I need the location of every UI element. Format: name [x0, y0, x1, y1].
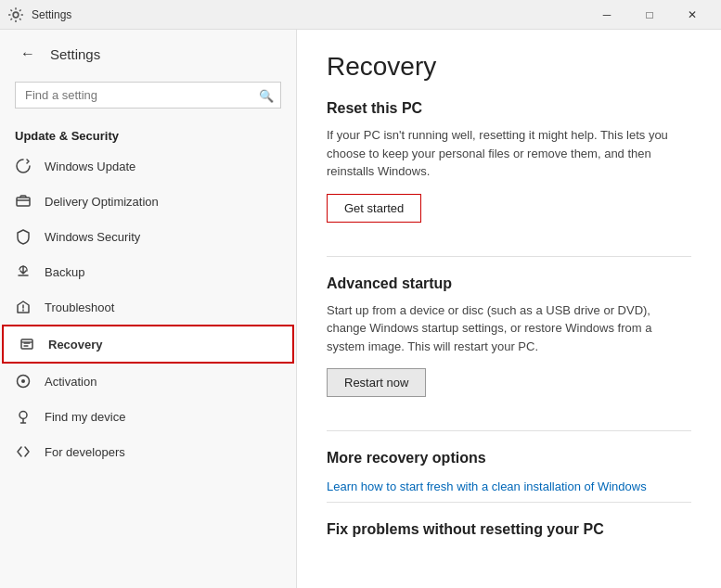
minimize-button[interactable]: ─: [586, 0, 628, 30]
sidebar-item-backup[interactable]: Backup: [0, 254, 296, 289]
main-panel: Recovery Reset this PC If your PC isn't …: [297, 30, 721, 588]
activation-icon: [15, 373, 32, 390]
sidebar-item-label-windows-update: Windows Update: [45, 160, 135, 173]
sidebar-item-for-developers[interactable]: For developers: [0, 434, 296, 469]
sidebar-item-activation[interactable]: Activation: [0, 364, 296, 399]
find-icon: [15, 408, 32, 425]
divider-3: [327, 502, 691, 503]
sidebar-header: ← Settings: [0, 30, 296, 78]
security-icon: [15, 228, 32, 245]
sidebar-item-windows-security[interactable]: Windows Security: [0, 219, 296, 254]
svg-point-0: [13, 12, 19, 18]
close-button[interactable]: ✕: [671, 0, 714, 30]
titlebar-title: Settings: [32, 8, 586, 21]
troubleshoot-icon: [15, 299, 32, 315]
sidebar-item-label-troubleshoot: Troubleshoot: [45, 300, 114, 314]
get-started-button[interactable]: Get started: [327, 194, 421, 223]
maximize-button[interactable]: □: [628, 0, 671, 30]
sidebar-item-label-developers: For developers: [45, 445, 125, 459]
advanced-section-heading: Advanced startup: [327, 275, 691, 292]
sidebar-item-find-my-device[interactable]: Find my device: [0, 399, 296, 434]
clean-install-link[interactable]: Learn how to start fresh with a clean in…: [327, 479, 647, 493]
delivery-icon: [15, 193, 32, 210]
sidebar-item-label-security: Windows Security: [45, 230, 140, 244]
titlebar-controls: ─ □ ✕: [586, 0, 714, 30]
sidebar-item-troubleshoot[interactable]: Troubleshoot: [0, 289, 296, 325]
sidebar-item-label-recovery: Recovery: [48, 338, 103, 352]
app-body: ← Settings 🔍 Update & Security Windows U…: [0, 30, 721, 588]
backup-icon: [15, 263, 32, 280]
section-title: Update & Security: [0, 120, 296, 148]
search-icon: 🔍: [259, 88, 274, 102]
sidebar-item-label-delivery: Delivery Optimization: [45, 195, 159, 209]
sidebar: ← Settings 🔍 Update & Security Windows U…: [0, 30, 297, 588]
page-title: Recovery: [327, 52, 691, 82]
svg-rect-2: [21, 339, 32, 349]
divider-1: [327, 256, 691, 257]
sidebar-item-delivery-optimization[interactable]: Delivery Optimization: [0, 184, 296, 219]
sidebar-item-windows-update[interactable]: Windows Update: [0, 148, 296, 184]
fix-section-heading: Fix problems without resetting your PC: [327, 521, 691, 538]
developers-icon: [15, 443, 32, 460]
divider-2: [327, 430, 691, 431]
more-options-heading: More recovery options: [327, 450, 691, 467]
reset-section-desc: If your PC isn't running well, resetting…: [327, 126, 691, 181]
restart-now-button[interactable]: Restart now: [327, 368, 426, 397]
search-input[interactable]: [15, 82, 281, 109]
sidebar-item-label-activation: Activation: [45, 375, 97, 389]
reset-section-heading: Reset this PC: [327, 100, 691, 117]
search-box: 🔍: [15, 82, 281, 109]
titlebar: Settings ─ □ ✕: [0, 0, 721, 30]
sidebar-item-label-find: Find my device: [45, 410, 125, 424]
svg-point-5: [19, 412, 27, 419]
settings-icon: [7, 6, 24, 23]
sidebar-item-label-backup: Backup: [45, 265, 84, 279]
update-icon: [15, 158, 32, 174]
svg-point-4: [21, 379, 25, 383]
sidebar-app-title: Settings: [50, 46, 100, 62]
svg-rect-1: [17, 198, 30, 206]
recovery-icon: [19, 336, 35, 352]
advanced-section-desc: Start up from a device or disc (such as …: [327, 301, 691, 356]
back-button[interactable]: ←: [15, 41, 41, 67]
sidebar-item-recovery[interactable]: Recovery: [2, 325, 294, 364]
